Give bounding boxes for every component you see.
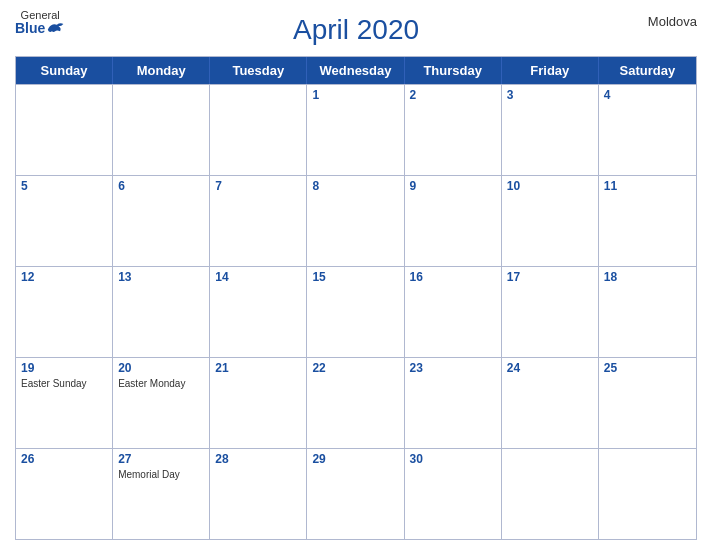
calendar-day-cell: 1 [307, 85, 404, 175]
weekday-header-tuesday: Tuesday [210, 57, 307, 84]
weekday-header-sunday: Sunday [16, 57, 113, 84]
calendar-day-cell [210, 85, 307, 175]
day-event: Easter Sunday [21, 378, 107, 389]
day-number: 1 [312, 88, 398, 102]
day-number: 5 [21, 179, 107, 193]
day-number: 30 [410, 452, 496, 466]
calendar-day-cell: 6 [113, 176, 210, 266]
calendar-week-2: 567891011 [16, 175, 696, 266]
day-number: 25 [604, 361, 691, 375]
logo-blue-text: Blue [15, 21, 45, 35]
day-number: 12 [21, 270, 107, 284]
calendar-week-3: 12131415161718 [16, 266, 696, 357]
country-label: Moldova [648, 14, 697, 29]
calendar-day-cell: 17 [502, 267, 599, 357]
calendar-day-cell: 15 [307, 267, 404, 357]
weekday-header-saturday: Saturday [599, 57, 696, 84]
day-number: 14 [215, 270, 301, 284]
generalblue-logo: General Blue [15, 10, 65, 35]
calendar-day-cell [502, 449, 599, 539]
day-number: 17 [507, 270, 593, 284]
calendar-week-5: 2627Memorial Day282930 [16, 448, 696, 539]
calendar-day-cell: 5 [16, 176, 113, 266]
calendar-day-cell: 27Memorial Day [113, 449, 210, 539]
day-number: 20 [118, 361, 204, 375]
calendar-day-cell: 7 [210, 176, 307, 266]
calendar-day-cell [16, 85, 113, 175]
calendar-day-cell: 22 [307, 358, 404, 448]
day-number: 28 [215, 452, 301, 466]
day-number: 27 [118, 452, 204, 466]
calendar-body: 12345678910111213141516171819Easter Sund… [16, 84, 696, 539]
day-number: 11 [604, 179, 691, 193]
day-number: 2 [410, 88, 496, 102]
calendar-day-cell: 28 [210, 449, 307, 539]
calendar-day-cell: 20Easter Monday [113, 358, 210, 448]
calendar-day-cell: 13 [113, 267, 210, 357]
day-number: 22 [312, 361, 398, 375]
calendar-page: General Blue April 2020 Moldova SundayMo… [0, 0, 712, 550]
calendar-day-cell: 9 [405, 176, 502, 266]
calendar-day-cell: 21 [210, 358, 307, 448]
day-number: 16 [410, 270, 496, 284]
calendar-day-cell: 3 [502, 85, 599, 175]
day-number: 7 [215, 179, 301, 193]
calendar-day-cell: 10 [502, 176, 599, 266]
calendar-header: General Blue April 2020 Moldova [15, 10, 697, 50]
weekday-header-monday: Monday [113, 57, 210, 84]
day-number: 3 [507, 88, 593, 102]
calendar-grid: SundayMondayTuesdayWednesdayThursdayFrid… [15, 56, 697, 540]
page-title: April 2020 [293, 14, 419, 46]
day-number: 24 [507, 361, 593, 375]
calendar-day-cell [113, 85, 210, 175]
calendar-day-cell: 23 [405, 358, 502, 448]
day-event: Easter Monday [118, 378, 204, 389]
day-number: 9 [410, 179, 496, 193]
day-number: 6 [118, 179, 204, 193]
calendar-day-cell [599, 449, 696, 539]
calendar-day-cell: 11 [599, 176, 696, 266]
weekday-header-thursday: Thursday [405, 57, 502, 84]
calendar-day-cell: 19Easter Sunday [16, 358, 113, 448]
day-number: 18 [604, 270, 691, 284]
calendar-day-cell: 26 [16, 449, 113, 539]
calendar-day-cell: 4 [599, 85, 696, 175]
calendar-day-cell: 18 [599, 267, 696, 357]
calendar-week-4: 19Easter Sunday20Easter Monday2122232425 [16, 357, 696, 448]
calendar-day-cell: 16 [405, 267, 502, 357]
calendar-day-cell: 30 [405, 449, 502, 539]
weekday-header-wednesday: Wednesday [307, 57, 404, 84]
day-number: 4 [604, 88, 691, 102]
weekday-header-friday: Friday [502, 57, 599, 84]
day-number: 23 [410, 361, 496, 375]
day-number: 10 [507, 179, 593, 193]
day-number: 8 [312, 179, 398, 193]
day-number: 15 [312, 270, 398, 284]
day-number: 19 [21, 361, 107, 375]
calendar-week-1: 1234 [16, 84, 696, 175]
logo-bird-icon [47, 21, 65, 35]
calendar-day-cell: 12 [16, 267, 113, 357]
calendar-day-cell: 14 [210, 267, 307, 357]
day-number: 26 [21, 452, 107, 466]
calendar-day-cell: 2 [405, 85, 502, 175]
weekday-header-row: SundayMondayTuesdayWednesdayThursdayFrid… [16, 57, 696, 84]
calendar-day-cell: 25 [599, 358, 696, 448]
day-number: 13 [118, 270, 204, 284]
day-event: Memorial Day [118, 469, 204, 480]
calendar-day-cell: 29 [307, 449, 404, 539]
day-number: 21 [215, 361, 301, 375]
day-number: 29 [312, 452, 398, 466]
calendar-day-cell: 24 [502, 358, 599, 448]
calendar-day-cell: 8 [307, 176, 404, 266]
